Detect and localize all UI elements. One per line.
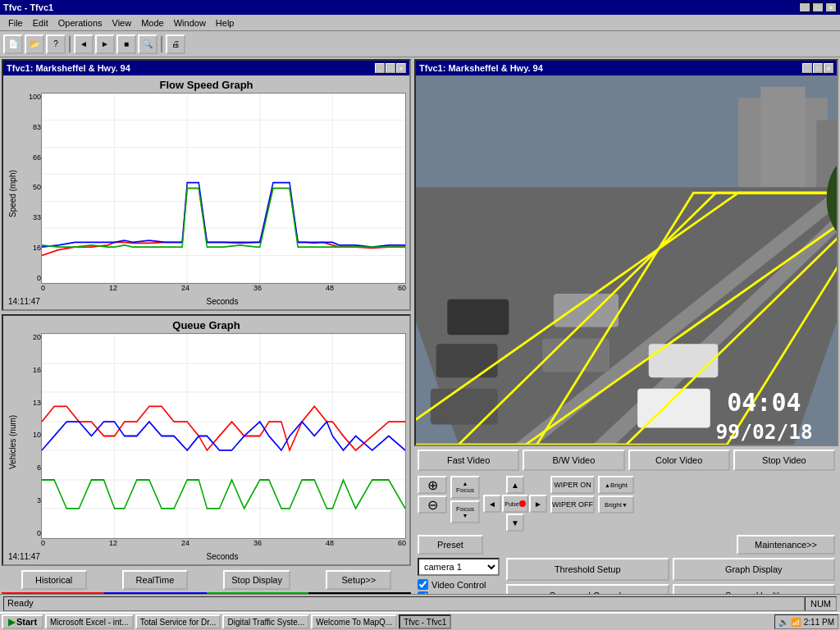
svg-text:04:04: 04:04 bbox=[727, 388, 801, 417]
wiper-off-button[interactable]: WIPER OFF bbox=[550, 495, 595, 514]
taskbar: ▶ Start Microsoft Excel - int... Total S… bbox=[0, 612, 840, 630]
flow-window-title: Tfvc1: Marksheffel & Hwy. 94 bbox=[7, 63, 130, 73]
control-panel: Fast Video B/W Video Color Video Stop Vi… bbox=[414, 446, 838, 610]
realtime-button[interactable]: RealTime bbox=[122, 570, 188, 590]
app-title: Tfvc - Tfvc1 bbox=[3, 2, 53, 12]
svg-rect-0 bbox=[42, 94, 405, 283]
system-time: 2:11 PM bbox=[804, 618, 834, 627]
threshold-setup-button[interactable]: Threshold Setup bbox=[506, 558, 669, 581]
toolbar-prev[interactable]: ◄ bbox=[74, 34, 94, 54]
camera-controls: ⊕ ⊖ ▲ Focus Focus ▼ bbox=[418, 476, 835, 532]
toolbar-separator bbox=[69, 36, 71, 52]
action-row-1: Threshold Setup Graph Display bbox=[506, 558, 835, 581]
ptz-pulse-button[interactable]: Pulse bbox=[502, 495, 528, 513]
queue-graph-window: Queue Graph Vehicles (num) 20 16 13 10 6… bbox=[2, 314, 411, 566]
brightness-column: ▲ Bright Bright ▼ bbox=[598, 476, 634, 514]
ptz-left-button[interactable]: ◄ bbox=[483, 495, 501, 513]
queue-timestamp-row: 14:11:47 Seconds bbox=[7, 552, 406, 561]
flow-window-maximize[interactable]: □ bbox=[386, 63, 395, 73]
queue-graph-title: Queue Graph bbox=[7, 319, 406, 331]
svg-rect-35 bbox=[447, 299, 509, 336]
setup-button[interactable]: Setup>> bbox=[326, 570, 391, 590]
svg-rect-14 bbox=[42, 334, 405, 538]
graph-display-button[interactable]: Graph Display bbox=[673, 558, 836, 581]
fast-video-button[interactable]: Fast Video bbox=[418, 450, 519, 471]
toolbar-print[interactable]: 🖨 bbox=[166, 34, 185, 54]
camera-window-maximize[interactable]: □ bbox=[813, 63, 823, 73]
toolbar-next[interactable]: ► bbox=[95, 34, 115, 54]
num-indicator: NUM bbox=[805, 596, 837, 611]
queue-timestamp: 14:11:47 bbox=[8, 552, 40, 561]
taskbar-item-digital[interactable]: Digital Traffic Syste... bbox=[222, 614, 309, 629]
toolbar: 📄 📂 ? ◄ ► ■ 🔍 🖨 bbox=[0, 31, 840, 57]
menu-mode[interactable]: Mode bbox=[136, 16, 169, 30]
bright-down-button[interactable]: Bright ▼ bbox=[598, 495, 634, 514]
stop-display-button[interactable]: Stop Display bbox=[223, 570, 290, 590]
flow-speed-window: Tfvc1: Marksheffel & Hwy. 94 _ □ × Flow … bbox=[2, 59, 411, 311]
flow-y-label: Speed (mph) bbox=[7, 93, 18, 295]
queue-x-label: Seconds bbox=[207, 552, 239, 561]
maintenance-button[interactable]: Maintenance>> bbox=[737, 535, 835, 555]
bright-up-button[interactable]: ▲ Bright bbox=[598, 476, 634, 494]
camera-titlebar: Tfvc1: Marksheffel & Hwy. 94 _ □ × bbox=[416, 61, 837, 75]
taskbar-item-excel[interactable]: Microsoft Excel - int... bbox=[45, 614, 134, 629]
stop-video-button[interactable]: Stop Video bbox=[733, 450, 835, 471]
menu-operations[interactable]: Operations bbox=[53, 16, 107, 30]
title-bar: Tfvc - Tfvc1 _ □ × bbox=[0, 0, 840, 15]
flow-window-close[interactable]: × bbox=[396, 63, 406, 73]
status-bar: Ready NUM bbox=[0, 594, 840, 612]
minimize-button[interactable]: _ bbox=[799, 2, 810, 12]
camera-title: Tfvc1: Marksheffel & Hwy. 94 bbox=[419, 63, 543, 73]
camera-window: Tfvc1: Marksheffel & Hwy. 94 _ □ × bbox=[414, 59, 838, 446]
toolbar-stop[interactable]: ■ bbox=[116, 34, 136, 54]
color-video-button[interactable]: Color Video bbox=[628, 450, 730, 471]
camera-select-row: camera 1 camera 2 camera 3 bbox=[418, 558, 500, 576]
queue-graph-area: Vehicles (num) 20 16 13 10 6 3 0 bbox=[7, 333, 406, 550]
menu-help[interactable]: Help bbox=[211, 16, 240, 30]
flow-window-minimize[interactable]: _ bbox=[375, 63, 385, 73]
ptz-up-button[interactable]: ▲ bbox=[506, 476, 524, 494]
preset-button[interactable]: Preset bbox=[418, 535, 483, 555]
camera-window-minimize[interactable]: _ bbox=[802, 63, 812, 73]
menu-file[interactable]: File bbox=[3, 16, 28, 30]
toolbar-separator2 bbox=[161, 36, 162, 52]
left-panel: Tfvc1: Marksheffel & Hwy. 94 _ □ × Flow … bbox=[0, 57, 413, 612]
zoom-in-button[interactable]: ⊕ bbox=[418, 476, 447, 494]
focus-down-button[interactable]: Focus ▼ bbox=[450, 500, 480, 523]
close-button[interactable]: × bbox=[825, 2, 837, 12]
toolbar-open[interactable]: 📂 bbox=[25, 34, 44, 54]
toolbar-help[interactable]: ? bbox=[46, 34, 66, 54]
camera-feed: 04:04 99/02/18 bbox=[416, 75, 837, 445]
queue-y-label: Vehicles (num) bbox=[7, 333, 18, 550]
menu-edit[interactable]: Edit bbox=[28, 16, 53, 30]
menu-view[interactable]: View bbox=[107, 16, 137, 30]
historical-button[interactable]: Historical bbox=[21, 570, 87, 590]
taskbar-item-totalservice[interactable]: Total Service for Dr... bbox=[135, 614, 221, 629]
toolbar-new[interactable]: 📄 bbox=[3, 34, 23, 54]
taskbar-item-tfvc[interactable]: Tfvc - Tfvc1 bbox=[399, 614, 451, 629]
menu-window[interactable]: Window bbox=[169, 16, 211, 30]
camera-window-close[interactable]: × bbox=[824, 63, 833, 73]
maximize-button[interactable]: □ bbox=[812, 2, 824, 12]
flow-timestamp: 14:11:47 bbox=[8, 297, 40, 306]
focus-up-button[interactable]: ▲ Focus bbox=[450, 476, 480, 499]
taskbar-item-mapq[interactable]: Welcome To MapQ... bbox=[311, 614, 397, 629]
svg-rect-40 bbox=[649, 344, 719, 377]
wiper-on-button[interactable]: WIPER ON bbox=[550, 476, 595, 494]
zoom-out-button[interactable]: ⊖ bbox=[418, 495, 447, 514]
bw-video-button[interactable]: B/W Video bbox=[523, 450, 624, 471]
flow-y-axis: 100 83 66 50 33 16 0 bbox=[18, 93, 41, 295]
svg-rect-34 bbox=[436, 344, 498, 377]
title-bar-buttons[interactable]: _ □ × bbox=[799, 2, 837, 12]
queue-y-axis: 20 16 13 10 6 3 0 bbox=[18, 333, 41, 550]
ptz-right-button[interactable]: ► bbox=[529, 495, 547, 513]
start-button[interactable]: ▶ Start bbox=[2, 614, 43, 629]
svg-text:99/02/18: 99/02/18 bbox=[716, 420, 813, 444]
queue-graph-container: Queue Graph Vehicles (num) 20 16 13 10 6… bbox=[3, 316, 409, 564]
flow-graph-title: Flow Speed Graph bbox=[7, 79, 406, 91]
ptz-down-button[interactable]: ▼ bbox=[506, 514, 524, 532]
video-control-checkbox[interactable] bbox=[418, 579, 428, 590]
camera-select-dropdown[interactable]: camera 1 camera 2 camera 3 bbox=[418, 558, 500, 576]
toolbar-refresh[interactable]: 🔍 bbox=[138, 34, 158, 54]
video-control-checkbox-row: Video Control bbox=[418, 579, 500, 590]
